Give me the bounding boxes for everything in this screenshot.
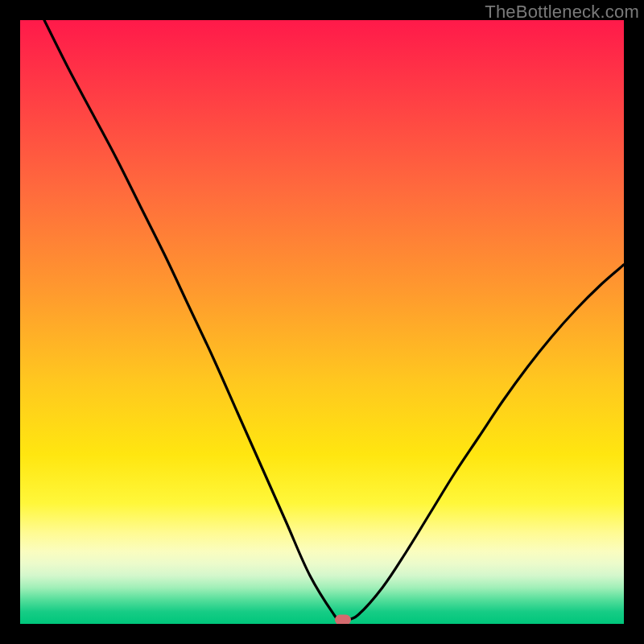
optimal-point-marker xyxy=(335,614,351,624)
bottleneck-curve xyxy=(20,20,624,624)
watermark-text: TheBottleneck.com xyxy=(485,2,639,23)
chart-frame: TheBottleneck.com xyxy=(0,0,644,644)
plot-area xyxy=(20,20,624,624)
